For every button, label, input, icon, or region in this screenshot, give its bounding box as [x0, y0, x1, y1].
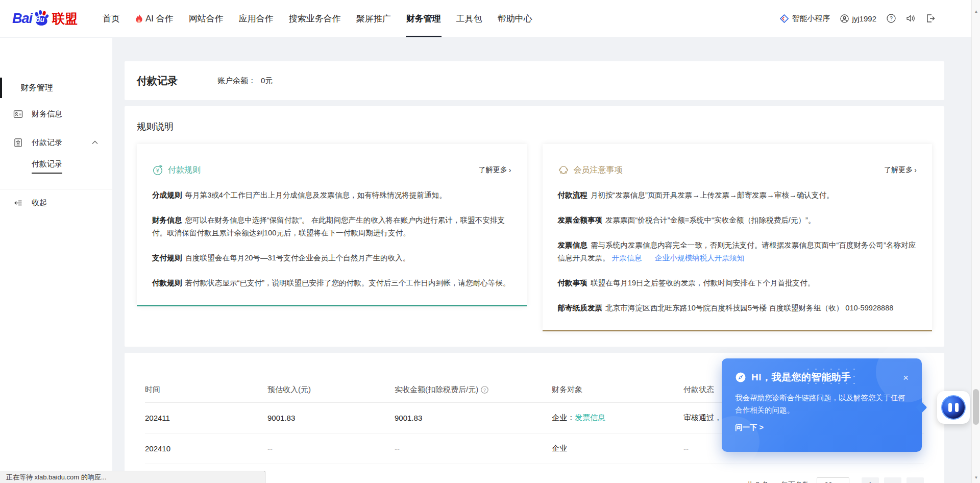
nav-item-toolkit[interactable]: 工具包: [449, 0, 490, 37]
rules-panel: 规则说明 ¥ 付款规则 了解更多› 分成规则每月第3或4个工作日产出上月分成信息…: [125, 106, 944, 347]
sidebar-collapse-button[interactable]: 收起: [0, 189, 112, 216]
chevron-right-icon: ›: [914, 166, 917, 174]
page-size-select[interactable]: 30: [817, 477, 849, 483]
coin-yuan-icon: ¥: [152, 164, 163, 176]
rule-item: 支付规则百度联盟会在每月20号—31号支付企业会员上个自然月产生的收入。: [152, 252, 511, 264]
rule-item: 发票信息需与系统内发票信息内容完全一致，否则无法支付。请根据发票信息页面中“百度…: [558, 239, 917, 264]
assistant-title: Hi，我是您的智能助手: [751, 371, 851, 384]
user-icon: [840, 14, 849, 23]
rule-item: 付款流程月初按“发票信息”页面开具发票→上传发票→邮寄发票→审核→确认支付。: [558, 189, 917, 202]
assistant-fab[interactable]: [937, 391, 970, 424]
sidebar: 财务管理 财务信息 付款记录 付款记录 收起: [0, 38, 112, 483]
per-page-label: 每页条数: [781, 480, 810, 483]
cell-finance-target: 企业: [552, 444, 683, 453]
robot-icon: [941, 395, 966, 420]
chevron-right-icon: ›: [509, 166, 511, 174]
scroll-down-arrow-icon[interactable]: ▼: [972, 473, 980, 482]
logo-text-bai: Bai: [12, 11, 32, 27]
ask-now-link[interactable]: 问一下 >: [735, 423, 909, 432]
baidu-paw-icon: du: [33, 10, 50, 27]
nav-item-screen-promotion[interactable]: 聚屏推广: [349, 0, 399, 37]
payment-rules-card: ¥ 付款规则 了解更多› 分成规则每月第3或4个工作日产出上月分成信息及发票信息…: [137, 144, 527, 306]
smart-miniprogram-link[interactable]: 智能小程序: [780, 14, 830, 23]
cell-time: 202411: [145, 414, 267, 422]
assistant-popup: Hi，我是您的智能助手 × 我会帮助您诊断合作链路问题，以及解答您关于任何合作相…: [722, 358, 922, 452]
scrollbar-thumb[interactable]: [973, 389, 979, 425]
assistant-message: 我会帮助您诊断合作链路问题，以及解答您关于任何合作相关的问题。: [735, 392, 909, 416]
rules-section-title: 规则说明: [137, 120, 932, 133]
rule-item: 发票金额事项发票票面“价税合计”金额=系统中“实收金额（扣除税费后/元）”。: [558, 214, 917, 227]
payment-rules-title: 付款规则: [168, 165, 201, 176]
nav-item-help-center[interactable]: 帮助中心: [490, 0, 540, 37]
miniprogram-icon: [780, 14, 789, 23]
invoice-info-row-link[interactable]: 发票信息: [575, 413, 605, 422]
column-header-estimated-income: 预估收入(元): [267, 385, 395, 395]
page-1-button[interactable]: 1: [862, 477, 879, 483]
rule-item: 付款事项联盟在每月19日之后签收的发票，付款时间安排在下个月首批支付。: [558, 277, 917, 289]
browser-status-bar: 正在等待 xlab.baidu.com 的响应...: [0, 471, 265, 483]
question-circle-icon[interactable]: ?: [481, 386, 488, 394]
page-title: 付款记录: [137, 74, 178, 88]
previous-page-button[interactable]: ‹: [884, 477, 901, 483]
logout-icon[interactable]: [926, 14, 935, 23]
nav-item-home[interactable]: 首页: [95, 0, 128, 37]
chevron-up-icon[interactable]: [92, 140, 98, 144]
column-header-finance-target: 财务对象: [552, 385, 683, 395]
help-icon[interactable]: ?: [887, 14, 896, 23]
next-page-button[interactable]: ›: [906, 477, 924, 483]
rule-item: 邮寄纸质发票北京市海淀区西北旺东路10号院百度科技园5号楼 百度联盟财务组（收）…: [558, 302, 917, 315]
topbar-right-group: 智能小程序 jyj1992 ?: [780, 14, 935, 23]
nav-item-search-cooperation[interactable]: 搜索业务合作: [281, 0, 349, 37]
sidebar-section-finance-management[interactable]: 财务管理: [0, 78, 112, 98]
rule-item: 财务信息您可以在财务信息中选择“保留付款”。 在此期间您产生的收入将在账户内进行…: [152, 214, 511, 239]
svg-text:¥: ¥: [156, 167, 159, 174]
username: jyj1992: [852, 14, 876, 23]
cell-received: --: [395, 444, 552, 453]
account-balance: 账户余额：0元: [217, 76, 273, 86]
sidebar-subitem-payment-records[interactable]: 付款记录: [0, 155, 112, 178]
payment-records-icon: [13, 138, 23, 148]
small-taxpayer-notice-link[interactable]: 企业小规模纳税人开票须知: [655, 254, 744, 262]
flame-icon: [135, 14, 143, 23]
column-header-time: 时间: [145, 385, 267, 395]
page-header-panel: 付款记录 账户余额：0元: [125, 61, 944, 100]
main-menu: 首页 AI 合作 网站合作 应用合作 搜索业务合作 聚屏推广 财务管理 工具包 …: [95, 0, 540, 37]
member-notes-card: 会员注意事项 了解更多› 付款流程月初按“发票信息”页面开具发票→上传发票→邮寄…: [543, 144, 933, 331]
nav-item-app-cooperation[interactable]: 应用合作: [231, 0, 281, 37]
close-icon[interactable]: ×: [903, 373, 909, 382]
rule-item: 付款规则若付款状态显示“已支付”，说明联盟已安排了您的付款。支付后三个工作日内到…: [152, 277, 511, 289]
member-notes-more-link[interactable]: 了解更多›: [884, 165, 917, 175]
sound-icon[interactable]: [906, 14, 916, 23]
logo-text-du: du: [36, 15, 44, 23]
member-notes-title: 会员注意事项: [574, 165, 623, 176]
svg-text:?: ?: [890, 16, 893, 21]
total-count: 共 2 条: [746, 480, 769, 483]
svg-text:?: ?: [483, 388, 486, 393]
nav-item-ai-cooperation[interactable]: AI 合作: [128, 0, 181, 37]
member-service-icon: [558, 164, 569, 176]
balance-value: 0元: [261, 76, 273, 85]
scroll-up-arrow-icon[interactable]: ▲: [972, 7, 980, 16]
baidu-union-logo[interactable]: Bai du 联盟: [12, 10, 78, 27]
cell-received: 9001.83: [395, 414, 552, 422]
status-text: 正在等待 xlab.baidu.com 的响应...: [6, 473, 107, 482]
cell-finance-target: 企业：发票信息: [552, 413, 683, 423]
sidebar-item-payment-records[interactable]: 付款记录: [0, 130, 112, 155]
cell-estimated: --: [267, 444, 395, 453]
user-account[interactable]: jyj1992: [840, 14, 876, 23]
compass-icon: [735, 372, 746, 383]
rule-item: 分成规则每月第3或4个工作日产出上月分成信息及发票信息，如有特殊情况将提前通知。: [152, 189, 511, 202]
cell-estimated: 9001.83: [267, 414, 395, 422]
invoice-info-link[interactable]: 开票信息: [612, 254, 642, 262]
nav-item-website-cooperation[interactable]: 网站合作: [181, 0, 231, 37]
collapse-icon: [13, 198, 23, 208]
payment-rules-more-link[interactable]: 了解更多›: [479, 165, 511, 175]
sidebar-item-finance-info[interactable]: 财务信息: [0, 101, 112, 127]
column-header-received-amount: 实收金额(扣除税费后/元) ?: [395, 385, 552, 395]
finance-info-icon: [13, 109, 23, 119]
balance-label: 账户余额：: [217, 76, 256, 85]
top-navigation: Bai du 联盟 首页 AI 合作 网站合作 应用合作 搜索业务合作 聚屏推广…: [0, 0, 980, 37]
nav-item-finance-management[interactable]: 财务管理: [399, 0, 449, 37]
scrollbar[interactable]: ▲ ▼: [971, 0, 980, 483]
cell-time: 202410: [145, 444, 267, 453]
